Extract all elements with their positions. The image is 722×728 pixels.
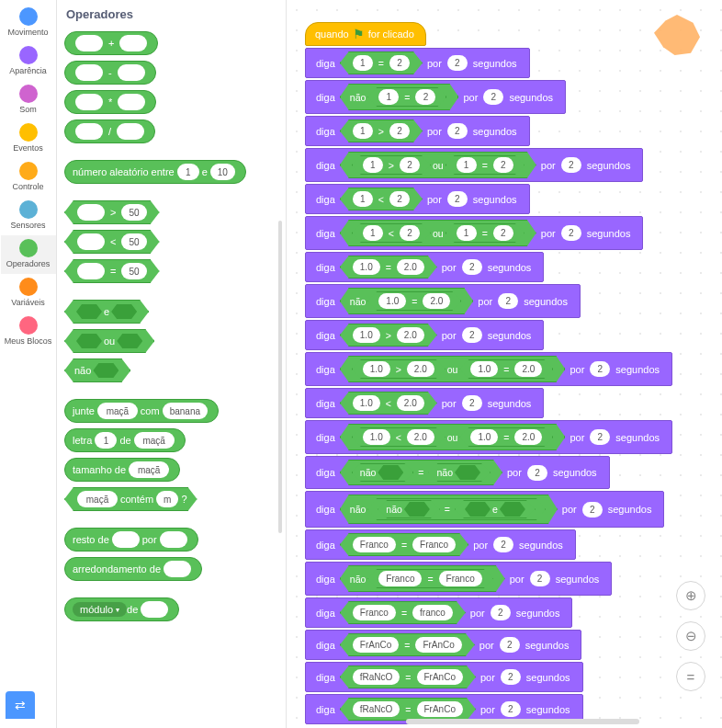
cmp-a[interactable] xyxy=(77,233,105,250)
palette-scrollbar[interactable] xyxy=(278,221,282,533)
or-block[interactable]: 1.0>2.0ou1.0=2.0 xyxy=(340,356,566,382)
cmp-block[interactable]: 1.0<2.0 xyxy=(352,427,446,447)
cmp-b[interactable]: FrAnCo xyxy=(415,637,461,653)
say-block[interactable]: diga1=2por2segundos xyxy=(305,48,530,78)
cmp-b[interactable]: 2 xyxy=(493,157,513,173)
cmp-a[interactable] xyxy=(77,204,105,221)
cmp-b[interactable]: FrAnCo xyxy=(417,669,463,685)
say-block[interactable]: diganão=nãopor2segundos xyxy=(305,456,610,489)
cmp-a[interactable]: FrAnCo xyxy=(353,637,399,653)
say-block[interactable]: diga1.0=2.0por2segundos xyxy=(305,252,544,282)
say-block[interactable]: diganão1=2por2segundos xyxy=(305,80,566,114)
category-aparência[interactable]: Aparência xyxy=(1,42,56,81)
bool-slot[interactable] xyxy=(465,502,491,517)
mathop-a[interactable] xyxy=(141,601,168,618)
cmp-a[interactable]: Franco xyxy=(353,537,396,552)
secs-input[interactable]: 2 xyxy=(447,191,468,207)
cmp-a[interactable]: 1.0 xyxy=(378,293,406,309)
arith-block-+[interactable]: + xyxy=(64,31,158,55)
secs-input[interactable]: 2 xyxy=(561,157,581,173)
category-controle[interactable]: Controle xyxy=(1,158,56,197)
cmp-block[interactable]: fRaNcO=FrAnCo xyxy=(340,698,476,721)
secs-input[interactable]: 2 xyxy=(462,395,482,411)
arith-b[interactable] xyxy=(117,123,144,140)
cmp-b[interactable]: 2 xyxy=(389,123,410,139)
cmp-block[interactable]: Franco=Franco xyxy=(367,569,492,588)
bool-slot[interactable] xyxy=(404,502,430,517)
cmp-a[interactable]: Franco xyxy=(378,571,422,586)
cmp-b[interactable]: 2.0 xyxy=(397,395,424,411)
category-eventos[interactable]: Eventos xyxy=(1,119,56,158)
cmp-b[interactable]: Franco xyxy=(439,571,482,586)
secs-input[interactable]: 2 xyxy=(462,327,482,343)
cmp-block[interactable]: 1.0>2.0 xyxy=(352,359,446,379)
cmp-a[interactable]: 1 xyxy=(353,123,373,139)
join-block[interactable]: junte maçã com banana xyxy=(64,399,219,423)
say-block[interactable]: digaFranco=francopor2segundos xyxy=(305,597,572,628)
arith-block--[interactable]: - xyxy=(64,61,156,85)
cmp-b[interactable]: 2.0 xyxy=(407,361,434,377)
cmp-b[interactable]: FrAnCo xyxy=(417,701,463,717)
cmp-b[interactable]: 50 xyxy=(121,233,146,250)
cmp-a[interactable]: 1 xyxy=(457,225,477,241)
category-variáveis[interactable]: Variáveis xyxy=(1,274,56,313)
mathop-block[interactable]: módulo de xyxy=(64,597,179,621)
contains-block[interactable]: maçã contém m ? xyxy=(64,487,197,511)
bool-slot[interactable] xyxy=(500,502,525,517)
secs-input[interactable]: 2 xyxy=(447,55,468,71)
mod-b[interactable] xyxy=(160,531,187,548)
cmp-b[interactable]: 2 xyxy=(389,55,410,71)
cmp-b[interactable]: 2.0 xyxy=(514,429,542,445)
mod-block[interactable]: resto de por xyxy=(64,528,198,552)
cmp-a[interactable]: 1 xyxy=(353,55,373,71)
secs-input[interactable]: 2 xyxy=(527,465,547,481)
say-block[interactable]: diga1<2ou1=2por2segundos xyxy=(305,216,643,250)
cmp-b[interactable]: 50 xyxy=(121,263,146,279)
random-a[interactable]: 1 xyxy=(177,164,199,180)
cmp-a[interactable]: 1.0 xyxy=(363,361,390,377)
arith-a[interactable] xyxy=(75,35,103,51)
cmp-block[interactable]: 1.0=2.0 xyxy=(340,256,437,279)
compare-block[interactable]: >50 xyxy=(64,200,160,224)
say-block[interactable]: digaFrAnCo=FrAnCopor2segundos xyxy=(305,630,581,660)
zoom-out-button[interactable]: ⊖ xyxy=(676,621,705,651)
cmp-a[interactable]: 1 xyxy=(363,225,383,241)
cmp-block[interactable]: 1>2 xyxy=(352,155,431,175)
arith-a[interactable] xyxy=(75,123,103,140)
contains-str[interactable]: maçã xyxy=(77,491,118,507)
not-block[interactable]: não1.0=2.0 xyxy=(340,288,473,314)
mod-a[interactable] xyxy=(112,531,140,548)
cmp-a[interactable]: fRaNcO xyxy=(353,701,400,717)
secs-input[interactable]: 2 xyxy=(498,293,518,309)
cmp-a[interactable]: 1.0 xyxy=(353,327,380,343)
cmp-block[interactable]: 1.0=2.0 xyxy=(459,427,553,447)
secs-input[interactable]: 2 xyxy=(500,637,520,653)
cmp-a[interactable]: 1 xyxy=(378,89,399,105)
letter-str[interactable]: maçã xyxy=(134,432,175,449)
secs-input[interactable]: 2 xyxy=(501,701,521,717)
cmp-b[interactable]: 2 xyxy=(389,191,410,207)
category-sensores[interactable]: Sensores xyxy=(1,197,56,235)
arith-a[interactable] xyxy=(75,94,103,110)
bool-slot[interactable] xyxy=(111,304,137,319)
say-block[interactable]: diga1.0<2.0ou1.0=2.0por2segundos xyxy=(305,420,672,454)
cmp-b[interactable]: 2.0 xyxy=(397,327,424,343)
logic-block-ou[interactable]: ou xyxy=(64,329,154,353)
or-block[interactable]: 1>2ou1=2 xyxy=(340,152,536,178)
cmp-b[interactable]: 2 xyxy=(400,157,420,173)
say-block[interactable]: diga1>2por2segundos xyxy=(305,116,530,146)
arith-block-*[interactable]: * xyxy=(64,90,156,114)
length-block[interactable]: tamanho de maçã xyxy=(64,458,180,482)
cmp-block[interactable]: 1>2 xyxy=(340,119,423,142)
cmp-a[interactable]: 1.0 xyxy=(353,259,380,275)
cmp-b[interactable]: 2 xyxy=(493,225,513,241)
compare-block[interactable]: <50 xyxy=(64,230,160,254)
not-block[interactable]: não xyxy=(428,463,491,482)
cmp-block[interactable]: 1<2 xyxy=(340,188,423,210)
category-som[interactable]: Som xyxy=(1,81,56,119)
secs-input[interactable]: 2 xyxy=(590,429,610,445)
cmp-a[interactable]: 1 xyxy=(353,191,373,207)
cmp-a[interactable]: Franco xyxy=(353,605,396,620)
eq-block[interactable]: não=não xyxy=(340,460,502,485)
secs-input[interactable]: 2 xyxy=(483,89,503,105)
